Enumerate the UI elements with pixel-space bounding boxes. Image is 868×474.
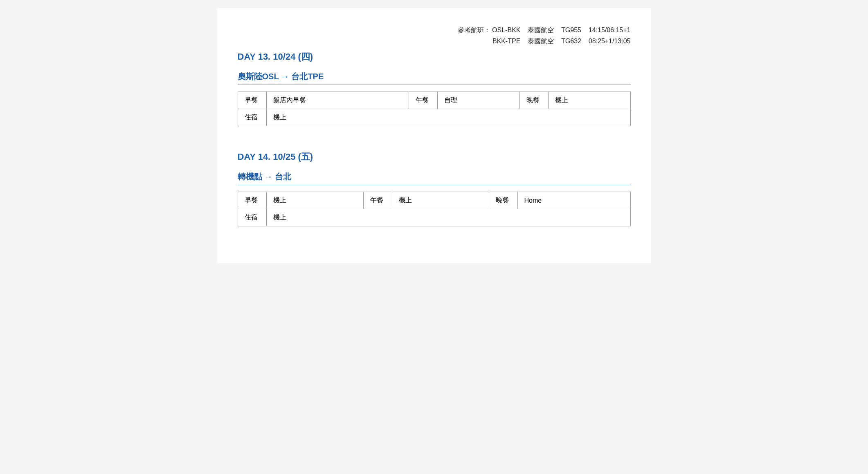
day14-lunch-value: 機上 [392,192,489,209]
flight1-time: 14:15/06:15+1 [589,27,631,34]
day14-accommodation-label: 住宿 [238,209,266,226]
page-container: 參考航班： OSL-BKK 泰國航空 TG955 14:15/06:15+1 B… [217,8,651,263]
flight-info: 參考航班： OSL-BKK 泰國航空 TG955 14:15/06:15+1 B… [238,25,631,47]
day13-meal-row: 早餐 飯店內早餐 午餐 自理 晚餐 機上 [238,92,630,109]
day14-route: 轉機點 → 台北 [238,171,631,185]
day13-title: DAY 13. 10/24 (四) [238,51,631,63]
day13-breakfast-label: 早餐 [238,92,266,109]
flight-info-line2: BKK-TPE 泰國航空 TG632 08:25+1/13:05 [238,36,631,47]
day13-route: 奧斯陸OSL → 台北TPE [238,71,631,85]
day13-dinner-value: 機上 [548,92,630,109]
day14-meal-row: 早餐 機上 午餐 機上 晚餐 Home [238,192,630,209]
day13-lunch-label: 午餐 [409,92,438,109]
day14-title: DAY 14. 10/25 (五) [238,151,631,163]
flight1-no: TG955 [561,27,581,34]
flight1-airline: 泰國航空 [528,27,554,34]
day14-accommodation-value: 機上 [266,209,630,226]
day13-section: DAY 13. 10/24 (四) 奧斯陸OSL → 台北TPE 早餐 飯店內早… [238,51,631,126]
flight-label: 參考航班： [458,27,490,34]
flight2-airline: 泰國航空 [528,38,554,45]
day13-dinner-label: 晚餐 [519,92,548,109]
day13-accommodation-label: 住宿 [238,109,266,126]
day14-dinner-label: 晚餐 [489,192,517,209]
day13-meal-table: 早餐 飯店內早餐 午餐 自理 晚餐 機上 住宿 機上 [238,92,631,126]
day14-section: DAY 14. 10/25 (五) 轉機點 → 台北 早餐 機上 午餐 機上 晚… [238,151,631,226]
flight-info-line1: 參考航班： OSL-BKK 泰國航空 TG955 14:15/06:15+1 [238,25,631,36]
flight2-route: BKK-TPE [492,38,520,45]
flight2-no: TG632 [561,38,581,45]
flight1-route: OSL-BKK [492,27,520,34]
day14-meal-table: 早餐 機上 午餐 機上 晚餐 Home 住宿 機上 [238,192,631,226]
day13-accommodation-value: 機上 [266,109,630,126]
day14-lunch-label: 午餐 [363,192,392,209]
day13-accommodation-row: 住宿 機上 [238,109,630,126]
day13-lunch-value: 自理 [438,92,520,109]
day13-breakfast-value: 飯店內早餐 [266,92,409,109]
day14-dinner-value: Home [517,192,630,209]
day14-breakfast-value: 機上 [266,192,363,209]
flight2-time: 08:25+1/13:05 [589,38,631,45]
day14-accommodation-row: 住宿 機上 [238,209,630,226]
day14-breakfast-label: 早餐 [238,192,266,209]
